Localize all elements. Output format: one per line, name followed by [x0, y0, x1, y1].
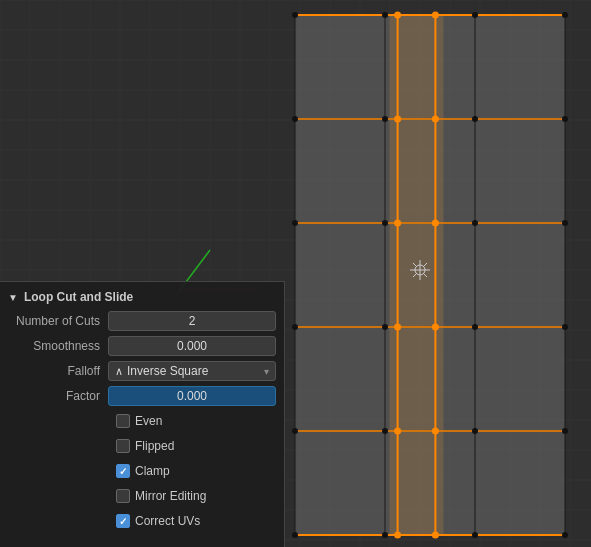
- even-checkbox[interactable]: [116, 414, 130, 428]
- smoothness-row: Smoothness 0.000: [8, 335, 276, 357]
- panel-header[interactable]: ▼ Loop Cut and Slide: [0, 286, 284, 308]
- loop-cut-panel: ▼ Loop Cut and Slide Number of Cuts 2 Sm…: [0, 281, 285, 547]
- even-checkbox-wrap: Even: [116, 414, 162, 428]
- mirror-editing-checkbox-wrap: Mirror Editing: [116, 489, 206, 503]
- correct-uvs-checkbox[interactable]: [116, 514, 130, 528]
- falloff-value: Inverse Square: [127, 364, 208, 378]
- panel-body: Number of Cuts 2 Smoothness 0.000 Fallof…: [0, 308, 284, 539]
- falloff-row: Falloff ∧ Inverse Square ▾: [8, 360, 276, 382]
- falloff-label: Falloff: [8, 364, 108, 378]
- correct-uvs-label: Correct UVs: [135, 514, 200, 528]
- mirror-editing-row: Mirror Editing: [8, 485, 276, 507]
- even-row: Even: [8, 410, 276, 432]
- mirror-editing-label: Mirror Editing: [135, 489, 206, 503]
- flipped-checkbox[interactable]: [116, 439, 130, 453]
- factor-field[interactable]: 0.000: [108, 386, 276, 406]
- chevron-down-icon: ▾: [264, 366, 269, 377]
- even-label: Even: [135, 414, 162, 428]
- number-of-cuts-label: Number of Cuts: [8, 314, 108, 328]
- clamp-checkbox[interactable]: [116, 464, 130, 478]
- falloff-select[interactable]: ∧ Inverse Square ▾: [108, 361, 276, 381]
- factor-label: Factor: [8, 389, 108, 403]
- correct-uvs-checkbox-wrap: Correct UVs: [116, 514, 200, 528]
- panel-title: Loop Cut and Slide: [24, 290, 133, 304]
- falloff-icon: ∧: [115, 365, 123, 378]
- smoothness-field[interactable]: 0.000: [108, 336, 276, 356]
- clamp-checkbox-wrap: Clamp: [116, 464, 170, 478]
- number-of-cuts-row: Number of Cuts 2: [8, 310, 276, 332]
- panel-collapse-arrow: ▼: [8, 292, 18, 303]
- flipped-label: Flipped: [135, 439, 174, 453]
- factor-row: Factor 0.000: [8, 385, 276, 407]
- mirror-editing-checkbox[interactable]: [116, 489, 130, 503]
- correct-uvs-row: Correct UVs: [8, 510, 276, 532]
- clamp-label: Clamp: [135, 464, 170, 478]
- flipped-row: Flipped: [8, 435, 276, 457]
- clamp-row: Clamp: [8, 460, 276, 482]
- number-of-cuts-field[interactable]: 2: [108, 311, 276, 331]
- smoothness-label: Smoothness: [8, 339, 108, 353]
- flipped-checkbox-wrap: Flipped: [116, 439, 174, 453]
